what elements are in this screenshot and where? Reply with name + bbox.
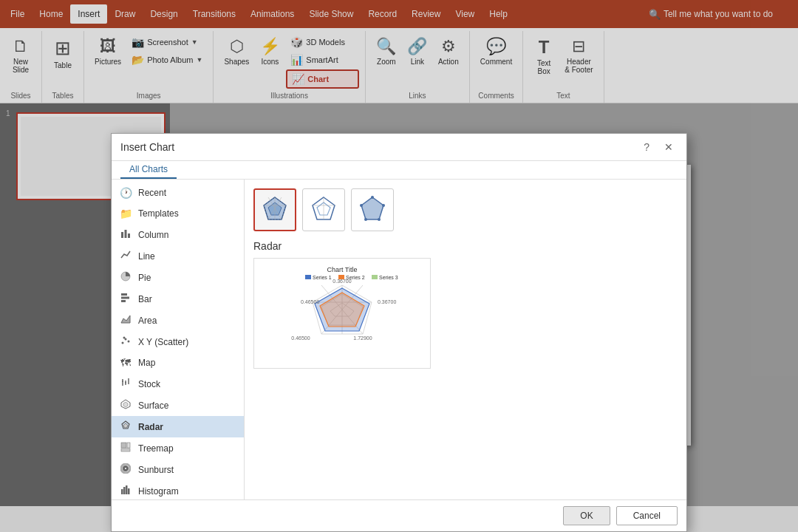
svg-text:Chart Title: Chart Title [327,266,357,273]
svg-rect-23 [121,449,130,451]
stock-label: Stock [138,379,160,389]
chart-type-surface[interactable]: Surface [112,395,244,416]
bar-icon [119,293,132,305]
chart-type-recent[interactable]: 🕐 Recent [112,183,244,203]
column-label: Column [138,230,168,240]
chart-type-histogram[interactable]: Histogram [112,480,244,499]
chart-type-sunburst[interactable]: Sunburst [112,459,244,480]
svg-marker-7 [121,316,130,323]
surface-label: Surface [138,400,168,411]
svg-rect-22 [127,443,130,448]
svg-rect-4 [121,293,127,296]
radar-label: Radar [138,422,163,432]
dialog-close-button[interactable]: ✕ [660,140,678,154]
svg-point-11 [123,337,126,339]
svg-text:0.46500: 0.46500 [291,335,310,341]
histogram-label: Histogram [138,486,179,497]
svg-point-10 [128,341,130,343]
svg-rect-21 [121,443,126,448]
stock-icon [119,378,132,390]
svg-point-58 [371,196,374,199]
line-label: Line [138,251,155,262]
chart-subtype-1[interactable] [253,188,296,231]
chart-big-preview: Chart Title Series 1 Series 2 Series 3 [253,258,431,369]
svg-rect-27 [123,487,126,494]
sunburst-label: Sunburst [138,465,174,475]
svg-rect-28 [126,485,128,494]
dialog-footer: OK Cancel [112,499,686,506]
map-icon: 🗺 [119,357,132,369]
svg-rect-2 [128,233,130,238]
chart-type-line[interactable]: Line [112,245,244,267]
svg-point-24 [121,464,130,473]
svg-text:0.36700: 0.36700 [332,279,351,284]
dialog-title: Insert Chart [120,141,174,153]
xy-scatter-label: X Y (Scatter) [138,337,188,347]
chart-preview-area: Radar Chart Title Series 1 Series 2 Seri… [245,180,686,499]
chart-type-name: Radar [253,240,678,252]
svg-rect-26 [121,489,123,494]
recent-label: Recent [138,188,166,198]
insert-chart-dialog: Insert Chart ? ✕ All Charts 🕐 Recent 📁 T… [111,133,687,506]
dialog-help-button[interactable]: ? [639,140,654,154]
svg-point-62 [360,204,363,207]
svg-text:Series 3: Series 3 [379,275,398,280]
chart-type-templates[interactable]: 📁 Templates [112,203,244,224]
bar-label: Bar [138,294,152,304]
column-icon [119,228,132,241]
svg-text:1.72900: 1.72900 [353,335,372,341]
dialog-title-bar: Insert Chart ? ✕ [112,134,686,161]
svg-marker-18 [123,402,128,407]
svg-rect-68 [372,275,378,279]
dialog-tab-all-charts[interactable]: All Charts [120,161,177,179]
svg-point-59 [382,204,385,207]
chart-type-list: 🕐 Recent 📁 Templates Column [112,180,245,499]
svg-marker-57 [361,197,383,219]
chart-subtype-2[interactable] [302,188,345,231]
chart-type-treemap[interactable]: Treemap [112,437,244,459]
svg-rect-29 [128,488,130,494]
map-label: Map [138,358,155,368]
templates-label: Templates [138,208,179,219]
svg-rect-1 [125,230,127,238]
xy-scatter-icon [119,335,132,348]
surface-icon [119,399,132,412]
svg-rect-64 [305,275,311,279]
histogram-icon [119,485,132,497]
line-icon [119,250,132,262]
treemap-label: Treemap [138,443,174,454]
svg-text:Series 1: Series 1 [313,275,332,280]
dialog-title-actions: ? ✕ [639,140,678,154]
svg-text:0.36700: 0.36700 [378,299,396,304]
area-label: Area [138,316,157,326]
dialog-tabs-row: All Charts [112,161,686,180]
svg-point-61 [364,218,367,221]
svg-text:0.46500: 0.46500 [301,299,319,304]
svg-rect-0 [121,232,123,238]
svg-point-60 [378,218,381,221]
radar-icon [119,420,132,433]
svg-rect-6 [121,300,126,302]
dialog-body: 🕐 Recent 📁 Templates Column [112,180,686,499]
chart-type-radar[interactable]: Radar [112,416,244,437]
sunburst-icon [119,463,132,476]
chart-type-area[interactable]: Area [112,310,244,331]
chart-type-map[interactable]: 🗺 Map [112,352,244,373]
chart-type-column[interactable]: Column [112,224,244,245]
chart-type-pie[interactable]: Pie [112,267,244,288]
svg-point-8 [122,342,124,344]
chart-subtypes [253,188,678,231]
svg-point-25 [124,467,128,471]
templates-icon: 📁 [119,208,132,219]
recent-icon: 🕐 [119,187,132,199]
treemap-icon [119,442,132,454]
chart-type-bar[interactable]: Bar [112,288,244,310]
chart-type-xy-scatter[interactable]: X Y (Scatter) [112,331,244,352]
area-icon [119,314,132,327]
chart-subtype-3[interactable] [351,188,394,231]
pie-label: Pie [138,273,151,283]
chart-type-stock[interactable]: Stock [112,373,244,395]
pie-icon [119,271,132,284]
svg-rect-5 [121,297,129,299]
svg-marker-20 [123,423,128,428]
